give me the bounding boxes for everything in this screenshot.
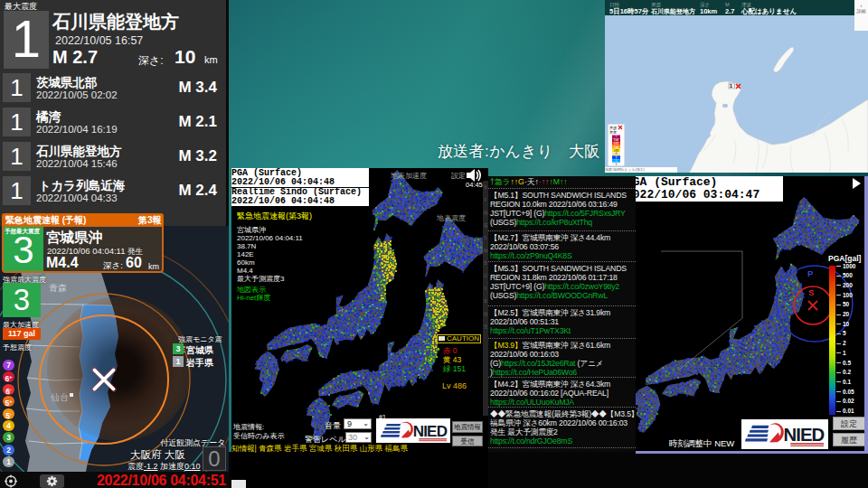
svg-text:震度: 震度: [609, 130, 617, 135]
svg-text:1: 1: [616, 163, 618, 166]
svg-text:震源: 震源: [609, 126, 617, 130]
svg-text:P: P: [807, 268, 814, 278]
svg-text:NIED: NIED: [413, 423, 448, 440]
svg-text:S: S: [808, 287, 814, 297]
svg-text:NIED: NIED: [784, 425, 825, 445]
svg-text:仙台: 仙台: [50, 392, 69, 402]
